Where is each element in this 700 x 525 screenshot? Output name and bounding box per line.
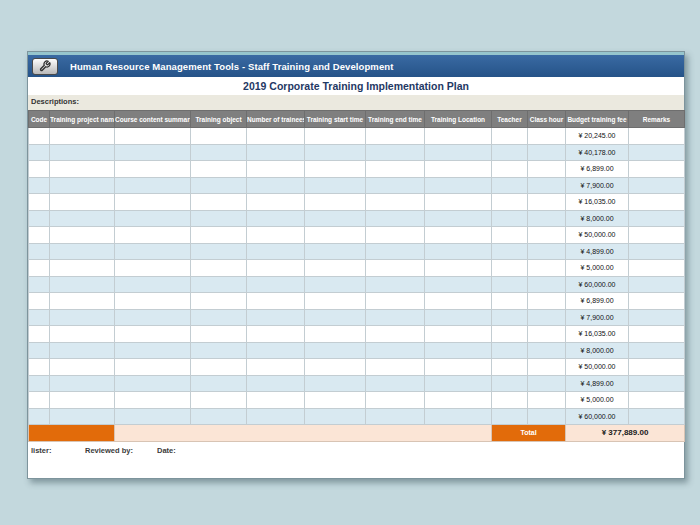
empty-cell[interactable] [29, 326, 50, 343]
empty-cell[interactable] [425, 243, 492, 260]
empty-cell[interactable] [115, 227, 191, 244]
empty-cell[interactable] [425, 227, 492, 244]
empty-cell[interactable] [50, 408, 115, 425]
empty-cell[interactable] [629, 359, 685, 376]
empty-cell[interactable] [191, 392, 247, 409]
empty-cell[interactable] [247, 375, 305, 392]
empty-cell[interactable] [50, 359, 115, 376]
empty-cell[interactable] [50, 144, 115, 161]
empty-cell[interactable] [115, 243, 191, 260]
empty-cell[interactable] [492, 260, 528, 277]
empty-cell[interactable] [29, 227, 50, 244]
empty-cell[interactable] [528, 210, 566, 227]
empty-cell[interactable] [305, 375, 366, 392]
empty-cell[interactable] [29, 243, 50, 260]
empty-cell[interactable] [366, 243, 425, 260]
empty-cell[interactable] [50, 227, 115, 244]
empty-cell[interactable] [629, 161, 685, 178]
empty-cell[interactable] [115, 128, 191, 145]
empty-cell[interactable] [528, 309, 566, 326]
empty-cell[interactable] [528, 392, 566, 409]
empty-cell[interactable] [366, 392, 425, 409]
empty-cell[interactable] [50, 243, 115, 260]
empty-cell[interactable] [29, 210, 50, 227]
empty-cell[interactable] [305, 408, 366, 425]
empty-cell[interactable] [492, 359, 528, 376]
budget-fee-cell[interactable]: ¥ 5,000.00 [566, 260, 629, 277]
empty-cell[interactable] [115, 293, 191, 310]
empty-cell[interactable] [425, 342, 492, 359]
empty-cell[interactable] [492, 210, 528, 227]
empty-cell[interactable] [191, 210, 247, 227]
empty-cell[interactable] [366, 342, 425, 359]
empty-cell[interactable] [528, 161, 566, 178]
empty-cell[interactable] [115, 276, 191, 293]
empty-cell[interactable] [247, 342, 305, 359]
empty-cell[interactable] [191, 243, 247, 260]
empty-cell[interactable] [629, 276, 685, 293]
empty-cell[interactable] [528, 375, 566, 392]
empty-cell[interactable] [50, 342, 115, 359]
empty-cell[interactable] [191, 128, 247, 145]
empty-cell[interactable] [492, 177, 528, 194]
empty-cell[interactable] [528, 243, 566, 260]
empty-cell[interactable] [50, 177, 115, 194]
empty-cell[interactable] [50, 375, 115, 392]
empty-cell[interactable] [492, 227, 528, 244]
empty-cell[interactable] [492, 128, 528, 145]
empty-cell[interactable] [425, 326, 492, 343]
empty-cell[interactable] [366, 227, 425, 244]
empty-cell[interactable] [115, 177, 191, 194]
budget-fee-cell[interactable]: ¥ 7,900.00 [566, 177, 629, 194]
empty-cell[interactable] [528, 144, 566, 161]
empty-cell[interactable] [492, 194, 528, 211]
budget-fee-cell[interactable]: ¥ 60,000.00 [566, 408, 629, 425]
empty-cell[interactable] [29, 194, 50, 211]
empty-cell[interactable] [366, 177, 425, 194]
empty-cell[interactable] [247, 326, 305, 343]
empty-cell[interactable] [247, 276, 305, 293]
empty-cell[interactable] [29, 342, 50, 359]
empty-cell[interactable] [629, 326, 685, 343]
empty-cell[interactable] [492, 309, 528, 326]
empty-cell[interactable] [492, 161, 528, 178]
empty-cell[interactable] [305, 293, 366, 310]
empty-cell[interactable] [492, 392, 528, 409]
empty-cell[interactable] [425, 161, 492, 178]
budget-fee-cell[interactable]: ¥ 50,000.00 [566, 227, 629, 244]
empty-cell[interactable] [366, 161, 425, 178]
empty-cell[interactable] [50, 276, 115, 293]
budget-fee-cell[interactable]: ¥ 6,899.00 [566, 161, 629, 178]
empty-cell[interactable] [528, 293, 566, 310]
budget-fee-cell[interactable]: ¥ 4,899.00 [566, 243, 629, 260]
empty-cell[interactable] [528, 359, 566, 376]
empty-cell[interactable] [191, 177, 247, 194]
empty-cell[interactable] [191, 194, 247, 211]
empty-cell[interactable] [305, 177, 366, 194]
empty-cell[interactable] [115, 194, 191, 211]
empty-cell[interactable] [305, 309, 366, 326]
empty-cell[interactable] [50, 260, 115, 277]
empty-cell[interactable] [247, 161, 305, 178]
empty-cell[interactable] [115, 359, 191, 376]
empty-cell[interactable] [425, 309, 492, 326]
empty-cell[interactable] [425, 359, 492, 376]
empty-cell[interactable] [366, 260, 425, 277]
empty-cell[interactable] [50, 309, 115, 326]
empty-cell[interactable] [29, 276, 50, 293]
empty-cell[interactable] [305, 392, 366, 409]
empty-cell[interactable] [629, 375, 685, 392]
empty-cell[interactable] [191, 260, 247, 277]
empty-cell[interactable] [191, 227, 247, 244]
empty-cell[interactable] [629, 210, 685, 227]
budget-fee-cell[interactable]: ¥ 8,000.00 [566, 210, 629, 227]
empty-cell[interactable] [191, 359, 247, 376]
empty-cell[interactable] [629, 293, 685, 310]
empty-cell[interactable] [50, 210, 115, 227]
empty-cell[interactable] [425, 293, 492, 310]
empty-cell[interactable] [115, 260, 191, 277]
empty-cell[interactable] [247, 144, 305, 161]
empty-cell[interactable] [115, 161, 191, 178]
empty-cell[interactable] [629, 177, 685, 194]
empty-cell[interactable] [629, 392, 685, 409]
